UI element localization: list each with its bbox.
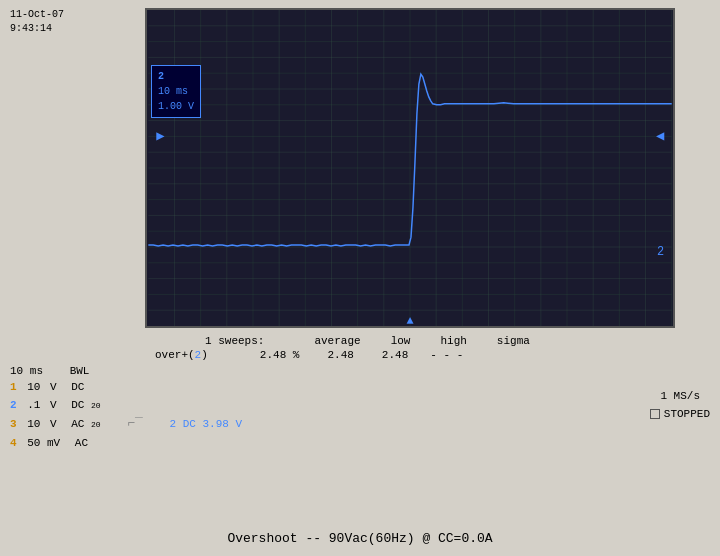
average-value: 2.48 % (260, 349, 300, 361)
svg-text:▶: ▶ (156, 128, 165, 144)
stats-headers: 1 sweeps: average low high sigma (145, 335, 675, 347)
chart-title: Overshoot -- 90Vac(60Hz) @ CC=0.0A (0, 531, 720, 546)
ch3-bwl: 20 (91, 420, 101, 429)
high-label: high (440, 335, 466, 347)
stopped-label: STOPPED (664, 408, 710, 420)
ch2-row: 2 .1 V DC 20 (10, 397, 710, 415)
ch2-dc-info: 2 DC 3.98 V (170, 418, 243, 430)
ch4-num: 4 (10, 437, 17, 449)
ch1-num: 1 (10, 381, 17, 393)
ch2-volts: .1 (27, 399, 40, 411)
sweeps-label: 1 sweeps: (205, 335, 264, 347)
ch4-row: 4 50 mV AC (10, 435, 710, 453)
ch2-coupling: DC (71, 399, 84, 411)
low-label: low (391, 335, 411, 347)
ch2-unit: V (50, 399, 57, 411)
stats-values: over+(2) 2.48 % 2.48 2.48 - - - (145, 349, 675, 361)
volts-per-div: 1.00 V (158, 99, 194, 114)
sample-rate: 1 MS/s (660, 390, 700, 402)
date-label: 11-Oct-07 (10, 8, 64, 22)
channel-number: 2 (158, 69, 194, 84)
svg-text:◀: ◀ (656, 128, 665, 144)
low-value: 2.48 (327, 349, 353, 361)
oscilloscope-screen: LeCroy (145, 8, 675, 328)
over-label: over+( (155, 349, 195, 361)
stopped-badge: STOPPED (650, 408, 710, 420)
ch4-coupling: AC (75, 437, 88, 449)
bottom-info: 10 ms BWL 1 10 V DC 2 .1 V DC 20 3 10 V (10, 365, 710, 453)
high-value: 2.48 (382, 349, 408, 361)
sigma-label: sigma (497, 335, 530, 347)
pulse-symbol: ⌐‾ (127, 416, 143, 431)
sigma-value: - - - (430, 349, 463, 361)
svg-text:▲: ▲ (406, 314, 414, 326)
ch4-volts: 50 mV (27, 437, 60, 449)
ch1-unit: V (50, 381, 57, 393)
stopped-box-icon (650, 409, 660, 419)
over-channel: 2 (195, 349, 202, 361)
stats-bar: 1 sweeps: average low high sigma over+(2… (145, 335, 675, 361)
time-label: 9:43:14 (10, 22, 64, 36)
ch1-row: 1 10 V DC (10, 379, 710, 397)
ch3-unit: V (50, 418, 57, 430)
bottom-time-div: 10 ms BWL (10, 365, 89, 377)
ch2-bwl: 20 (91, 401, 101, 410)
ch3-coupling: AC (71, 418, 84, 430)
ch1-coupling: DC (71, 381, 84, 393)
ch1-volts: 10 (27, 381, 40, 393)
ch3-row: 3 10 V AC 20 ⌐‾ 2 DC 3.98 V (10, 414, 710, 435)
over-paren: ) (201, 349, 208, 361)
svg-text:2: 2 (657, 245, 664, 259)
ch3-num: 3 (10, 418, 17, 430)
channel-info-box: 2 10 ms 1.00 V (151, 65, 201, 118)
average-label: average (314, 335, 360, 347)
datetime-display: 11-Oct-07 9:43:14 (10, 8, 64, 36)
time-per-div: 10 ms (158, 84, 194, 99)
ch2-num: 2 (10, 399, 17, 411)
main-container: 11-Oct-07 9:43:14 LeCroy (0, 0, 720, 556)
ch3-volts: 10 (27, 418, 40, 430)
sample-rate-value: 1 MS/s (660, 390, 700, 402)
channel-list: 1 10 V DC 2 .1 V DC 20 3 10 V AC 20 ⌐‾ 2… (10, 379, 710, 453)
